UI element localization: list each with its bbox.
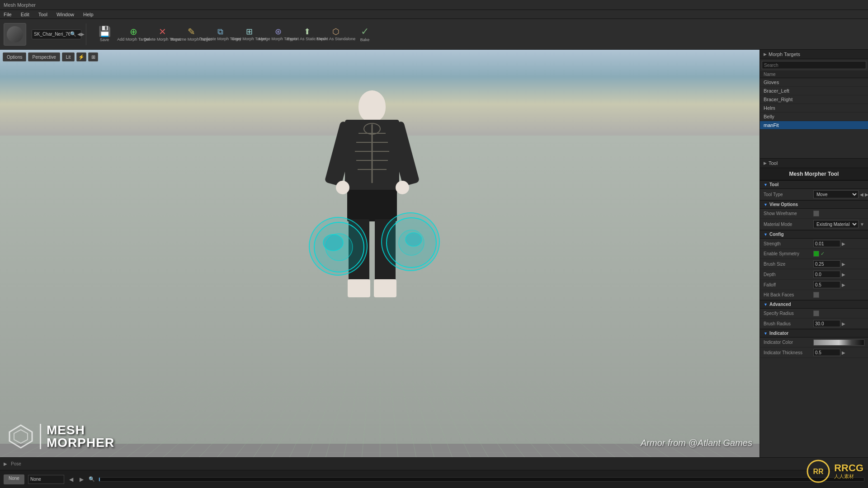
save-button[interactable]: 💾 Save xyxy=(91,21,118,47)
menu-tool[interactable]: Tool xyxy=(37,12,49,17)
copy-morph-target-button[interactable]: ⊞ Copy Morph Target xyxy=(236,21,263,47)
brush-size-row: Brush Size ▶ xyxy=(760,259,868,269)
mesh-morpher-logo: MESH MORPHER xyxy=(7,423,114,450)
brush-circle-right xyxy=(381,212,440,271)
timeline-search-icon[interactable]: 🔍 xyxy=(89,476,95,482)
depth-input[interactable] xyxy=(813,271,840,278)
menu-file[interactable]: File xyxy=(2,12,14,17)
export-static-mesh-button[interactable]: ⬆ Export As Static Mesh xyxy=(293,21,321,47)
falloff-input[interactable] xyxy=(813,281,840,288)
perspective-button[interactable]: Perspective xyxy=(28,52,60,61)
viewport[interactable]: Options Perspective Lit ⚡ ⊞ MESH MORPHER xyxy=(0,50,760,457)
falloff-row: Falloff ▶ xyxy=(760,280,868,290)
timeline-next[interactable]: ▶ xyxy=(78,476,85,483)
viewport-icon-1[interactable]: ⚡ xyxy=(76,52,86,61)
hit-back-faces-checkbox[interactable] xyxy=(813,292,819,298)
indicator-color-bar[interactable] xyxy=(813,339,864,346)
specify-radius-checkbox[interactable] xyxy=(813,310,819,316)
morph-item-bracer-right[interactable]: Bracer_Right xyxy=(760,95,868,104)
morph-col-header: Name xyxy=(760,71,868,78)
bake-icon: ✓ xyxy=(361,27,369,37)
material-mode-dropdown[interactable]: Existing Material Wireframe xyxy=(813,220,859,228)
show-wireframe-row: Show Wireframe xyxy=(760,209,868,219)
enable-symmetry-checkbox[interactable] xyxy=(813,251,819,257)
morph-item-belly[interactable]: Belly xyxy=(760,113,868,121)
morph-item-gloves[interactable]: Gloves xyxy=(760,78,868,87)
export-icon: ⬆ xyxy=(304,28,311,36)
viewport-icon-2[interactable]: ⊞ xyxy=(88,52,98,61)
show-wireframe-checkbox[interactable] xyxy=(813,211,819,216)
brush-radius-input[interactable] xyxy=(813,320,840,327)
morph-search-input[interactable] xyxy=(762,61,866,69)
menu-window[interactable]: Window xyxy=(55,12,76,17)
skeleton-overlay xyxy=(345,120,399,192)
view-options-header[interactable]: ▼ View Options xyxy=(760,200,868,209)
title-bar: Mesh Morpher xyxy=(0,0,868,10)
options-button[interactable]: Options xyxy=(3,52,26,61)
lit-button[interactable]: Lit xyxy=(62,52,75,61)
svg-marker-13 xyxy=(9,425,32,448)
brush-radius-value: ▶ xyxy=(813,320,864,327)
advanced-header[interactable]: ▼ Advanced xyxy=(760,300,868,309)
brush-size-arrow[interactable]: ▶ xyxy=(842,262,845,267)
menu-edit[interactable]: Edit xyxy=(19,12,31,17)
bake-button[interactable]: ✓ Bake xyxy=(351,21,378,47)
config-label: Config xyxy=(769,232,784,237)
timeline-track[interactable] xyxy=(99,477,864,482)
enable-symmetry-row: Enable Symmetry ✓ xyxy=(760,249,868,259)
menu-help[interactable]: Help xyxy=(81,12,95,17)
timeline-prev[interactable]: ◀ xyxy=(68,476,75,483)
brush-size-label: Brush Size xyxy=(764,262,813,267)
add-morph-target-button[interactable]: ⊕ Add Morph Target xyxy=(120,21,147,47)
rrcg-icon: RR xyxy=(806,459,830,483)
strength-input[interactable] xyxy=(813,240,840,247)
delete-morph-target-button[interactable]: ✕ Delete Morph Target xyxy=(149,21,176,47)
timeline-input[interactable] xyxy=(28,475,64,484)
tool-type-row: Tool Type Move Smooth Inflate ◀ ▶ + × ↺ xyxy=(760,189,868,200)
next-icon[interactable]: ▶ xyxy=(81,32,85,37)
strength-arrow[interactable]: ▶ xyxy=(842,241,845,246)
indicator-thickness-input[interactable] xyxy=(813,349,840,356)
panel-title: Mesh Morpher Tool xyxy=(760,168,868,180)
brush-radius-arrow[interactable]: ▶ xyxy=(842,321,845,326)
morph-item-helm[interactable]: Helm xyxy=(760,104,868,113)
merge-morph-targets-button[interactable]: ⊛ Merge Morph Targets xyxy=(264,21,292,47)
indicator-thickness-arrow[interactable]: ▶ xyxy=(842,350,845,355)
duplicate-icon: ⧉ xyxy=(217,28,223,36)
tool-section-header[interactable]: ▶ Tool xyxy=(760,159,868,168)
export-standalone-button[interactable]: ⬡ Export As Standalone xyxy=(322,21,349,47)
morph-item-manfit[interactable]: manFit xyxy=(760,121,868,130)
falloff-arrow[interactable]: ▶ xyxy=(842,282,845,287)
depth-arrow[interactable]: ▶ xyxy=(842,272,845,277)
tool-type-dropdown[interactable]: Move Smooth Inflate xyxy=(813,190,859,198)
material-mode-arrow[interactable]: ▼ xyxy=(860,222,864,227)
rrcg-watermark: RR RRCG 人人素材 xyxy=(806,459,863,483)
standalone-label: Export As Standalone xyxy=(316,37,356,42)
tool-type-icon-prev[interactable]: ◀ xyxy=(860,192,863,197)
tool-type-icon-next[interactable]: ▶ xyxy=(865,192,868,197)
specify-radius-row: Specify Radius xyxy=(760,309,868,319)
config-header[interactable]: ▼ Config xyxy=(760,230,868,239)
morph-targets-section-header[interactable]: ▶ Morph Targets xyxy=(760,50,868,59)
brush-size-input[interactable] xyxy=(813,260,840,267)
toolbar: 🔍 ◀ ▶ 💾 Save ⊕ Add Morph Target ✕ Delete… xyxy=(0,19,868,50)
morph-item-bracer-left[interactable]: Bracer_Left xyxy=(760,87,868,95)
morph-targets-arrow: ▶ xyxy=(764,52,767,56)
none-button[interactable]: None xyxy=(4,474,24,484)
asset-search-input[interactable] xyxy=(34,32,70,37)
brush-visual-left xyxy=(310,218,368,277)
prev-icon[interactable]: ◀ xyxy=(77,32,81,37)
standalone-icon: ⬡ xyxy=(332,28,340,36)
tool-section-arrow: ▶ xyxy=(764,161,767,165)
rrcg-main-text: RRCG xyxy=(834,463,863,473)
config-tri: ▼ xyxy=(764,232,768,237)
tool-subsection-header[interactable]: ▼ Tool xyxy=(760,180,868,189)
toolbar-separator-1 xyxy=(86,23,86,45)
duplicate-morph-target-button[interactable]: ⧉ Duplicate Morph Target xyxy=(207,21,234,47)
indicator-header[interactable]: ▼ Indicator xyxy=(760,329,868,338)
symmetry-check-icon[interactable]: ✓ xyxy=(821,251,825,257)
tool-tri-icon: ▼ xyxy=(764,183,768,187)
rename-morph-target-button[interactable]: ✎ Rename Morph Target xyxy=(178,21,205,47)
asset-search-box[interactable]: 🔍 ◀ ▶ xyxy=(32,29,81,39)
search-icon[interactable]: 🔍 xyxy=(70,31,76,37)
